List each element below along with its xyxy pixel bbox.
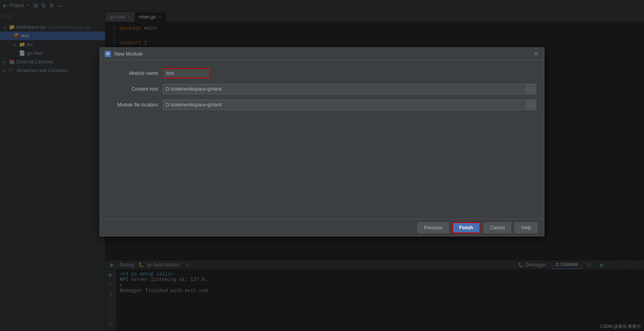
cancel-button[interactable]: Cancel (483, 222, 511, 233)
modal-footer: Previous Finish Cancel Help (100, 219, 544, 236)
previous-button[interactable]: Previous (417, 222, 449, 233)
content-root-label: Content root: (108, 86, 163, 92)
module-file-location-input[interactable] (163, 100, 527, 110)
modal-header: M New Module ✕ (100, 48, 544, 60)
modal-body: Module name: Content root: … Module file… (100, 60, 544, 219)
watermark: CSDN @菜鸟·要努力 (600, 324, 641, 329)
module-name-input[interactable] (163, 68, 210, 78)
modal-title-icon: M (105, 51, 111, 57)
form-row-content-root: Content root: … (108, 84, 536, 94)
form-row-module-file-location: Module file location: … (108, 100, 536, 110)
modal-close-button[interactable]: ✕ (532, 50, 539, 58)
modal-overlay: M New Module ✕ Module name: Content root… (0, 0, 644, 331)
content-root-input-wrap: … (163, 84, 536, 94)
finish-button[interactable]: Finish (452, 222, 480, 233)
module-file-location-browse-btn[interactable]: … (527, 100, 536, 110)
help-button[interactable]: Help (514, 222, 538, 233)
new-module-modal: M New Module ✕ Module name: Content root… (100, 47, 544, 236)
modal-icon-text: M (106, 52, 109, 56)
form-row-module-name: Module name: (108, 68, 536, 78)
module-name-label: Module name: (108, 71, 163, 76)
content-root-browse-btn[interactable]: … (527, 84, 536, 94)
module-name-input-wrap (163, 68, 536, 78)
module-file-location-label: Module file location: (108, 102, 163, 108)
module-file-location-input-wrap: … (163, 100, 536, 110)
content-root-input[interactable] (163, 84, 527, 94)
modal-title: New Module (114, 51, 529, 57)
